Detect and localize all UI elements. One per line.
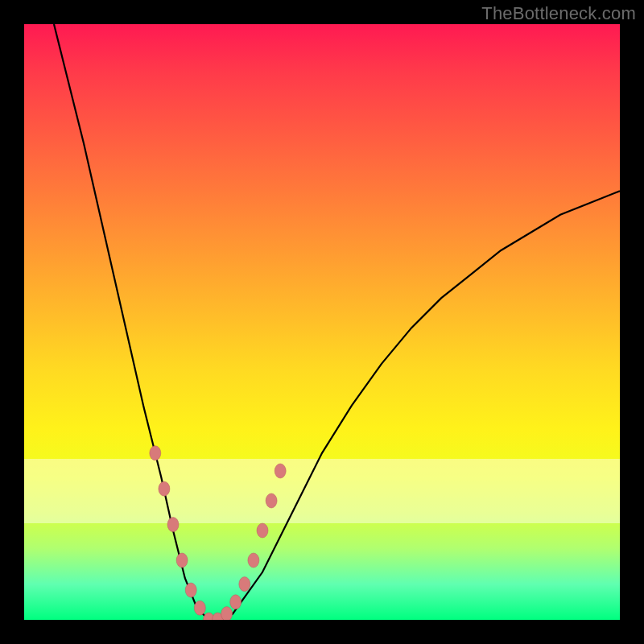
plot-area-gradient: [24, 24, 620, 620]
watermark-text: TheBottleneck.com: [481, 3, 636, 24]
chart-frame: TheBottleneck.com: [0, 0, 644, 644]
